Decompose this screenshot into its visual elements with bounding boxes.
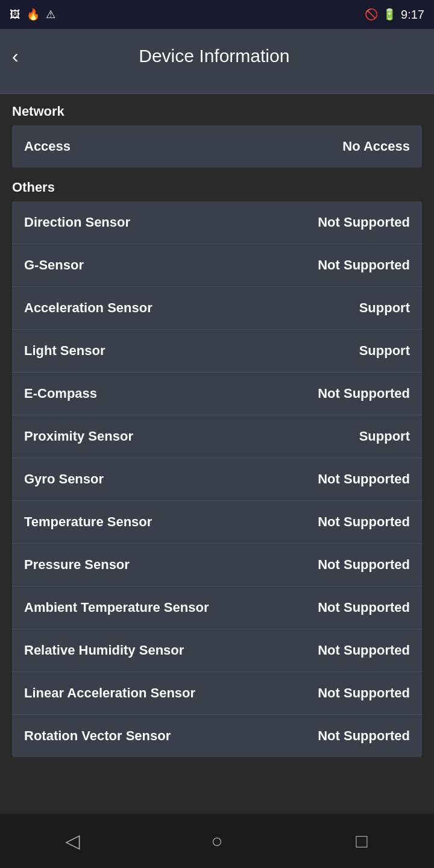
- home-nav-icon: ○: [211, 830, 222, 852]
- scroll-hint: [0, 83, 434, 94]
- recent-nav-button[interactable]: □: [338, 823, 386, 859]
- table-row: Proximity SensorSupport: [12, 415, 422, 458]
- others-section-header: Others: [0, 170, 434, 201]
- table-row: Light SensorSupport: [12, 330, 422, 373]
- sim-off-icon: 🚫: [365, 8, 378, 21]
- network-card: Access No Access: [12, 125, 422, 168]
- status-bar-left: 🖼 🔥 ⚠: [10, 8, 55, 21]
- fire-icon: 🔥: [27, 8, 40, 21]
- sensor-value: Support: [359, 300, 410, 316]
- table-row: Rotation Vector SensorNot Supported: [12, 715, 422, 757]
- sensor-label: Ambient Temperature Sensor: [24, 600, 209, 615]
- clock: 9:17: [401, 8, 424, 22]
- battery-icon: 🔋: [383, 8, 396, 21]
- sensor-label: Temperature Sensor: [24, 514, 152, 530]
- image-icon: 🖼: [10, 8, 20, 21]
- sensor-value: Not Supported: [318, 728, 410, 744]
- table-row: Pressure SensorNot Supported: [12, 544, 422, 587]
- sensor-label: Proximity Sensor: [24, 429, 133, 444]
- sensor-label: Gyro Sensor: [24, 471, 104, 487]
- table-row: Direction SensorNot Supported: [12, 201, 422, 244]
- table-row: Ambient Temperature SensorNot Supported: [12, 587, 422, 629]
- sensor-value: Not Supported: [318, 600, 410, 615]
- sensor-value: Not Supported: [318, 685, 410, 701]
- sensor-label: E-Compass: [24, 386, 97, 401]
- sensor-label: Linear Acceleration Sensor: [24, 685, 195, 701]
- access-value: No Access: [342, 139, 410, 154]
- others-card: Direction SensorNot SupportedG-SensorNot…: [12, 201, 422, 757]
- bottom-nav: ◁ ○ □: [0, 814, 434, 868]
- sensor-value: Not Supported: [318, 557, 410, 573]
- sensor-value: Not Supported: [318, 215, 410, 230]
- nav-bar: ‹ Device Information: [0, 29, 434, 83]
- warning-icon: ⚠: [46, 8, 55, 21]
- table-row: E-CompassNot Supported: [12, 373, 422, 415]
- access-label: Access: [24, 139, 71, 154]
- sensor-label: Light Sensor: [24, 343, 105, 359]
- status-bar-right: 🚫 🔋 9:17: [365, 8, 424, 22]
- sensor-value: Support: [359, 343, 410, 359]
- sensor-value: Not Supported: [318, 643, 410, 658]
- home-nav-button[interactable]: ○: [193, 823, 241, 859]
- sensor-label: Acceleration Sensor: [24, 300, 153, 316]
- table-row: Gyro SensorNot Supported: [12, 458, 422, 501]
- table-row: Temperature SensorNot Supported: [12, 501, 422, 544]
- sensor-value: Not Supported: [318, 514, 410, 530]
- status-bar: 🖼 🔥 ⚠ 🚫 🔋 9:17: [0, 0, 434, 29]
- back-button[interactable]: ‹: [12, 45, 19, 68]
- sensor-value: Not Supported: [318, 257, 410, 273]
- back-nav-icon: ◁: [65, 829, 80, 852]
- sensor-label: Direction Sensor: [24, 215, 130, 230]
- table-row: Acceleration SensorSupport: [12, 287, 422, 330]
- recent-nav-icon: □: [356, 830, 367, 852]
- table-row: G-SensorNot Supported: [12, 244, 422, 287]
- page-title: Device Information: [31, 46, 398, 66]
- sensor-value: Not Supported: [318, 386, 410, 401]
- sensor-label: Pressure Sensor: [24, 557, 130, 573]
- sensor-value: Not Supported: [318, 471, 410, 487]
- sensor-label: Rotation Vector Sensor: [24, 728, 171, 744]
- table-row: Linear Acceleration SensorNot Supported: [12, 672, 422, 715]
- sensor-label: G-Sensor: [24, 257, 84, 273]
- sensor-label: Relative Humidity Sensor: [24, 643, 184, 658]
- network-section-header: Network: [0, 94, 434, 125]
- sensor-value: Support: [359, 429, 410, 444]
- table-row: Relative Humidity SensorNot Supported: [12, 629, 422, 672]
- back-nav-button[interactable]: ◁: [48, 823, 96, 859]
- table-row: Access No Access: [12, 125, 422, 168]
